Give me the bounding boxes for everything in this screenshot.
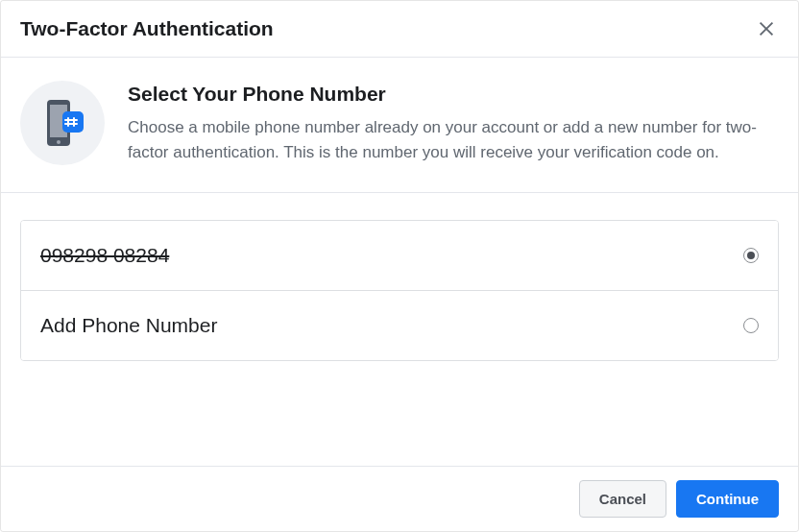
dialog-title: Two-Factor Authentication: [20, 17, 274, 40]
existing-phone-number: 098298 08284: [40, 244, 169, 267]
intro-section: Select Your Phone Number Choose a mobile…: [1, 58, 798, 193]
cancel-button[interactable]: Cancel: [579, 480, 666, 518]
phone-hash-icon: [36, 96, 89, 150]
radio-selected-icon: [743, 248, 759, 263]
two-factor-dialog: Two-Factor Authentication: [0, 0, 799, 532]
intro-description: Choose a mobile phone number already on …: [128, 115, 779, 164]
close-button[interactable]: [754, 16, 779, 41]
dialog-footer: Cancel Continue: [1, 466, 798, 531]
intro-text: Select Your Phone Number Choose a mobile…: [128, 81, 779, 164]
phone-icon-wrap: [20, 81, 105, 165]
intro-heading: Select Your Phone Number: [128, 83, 779, 106]
continue-button[interactable]: Continue: [676, 480, 779, 518]
phone-option-list: 098298 08284 Add Phone Number: [20, 220, 779, 361]
svg-point-4: [57, 140, 61, 144]
add-phone-label: Add Phone Number: [40, 314, 217, 337]
dialog-content: Select Your Phone Number Choose a mobile…: [1, 58, 798, 466]
phone-option-add[interactable]: Add Phone Number: [21, 290, 778, 360]
close-icon: [756, 18, 777, 39]
phone-options: 098298 08284 Add Phone Number: [1, 193, 798, 361]
phone-option-existing[interactable]: 098298 08284: [21, 221, 778, 290]
radio-unselected-icon: [743, 318, 759, 333]
dialog-header: Two-Factor Authentication: [1, 1, 798, 58]
